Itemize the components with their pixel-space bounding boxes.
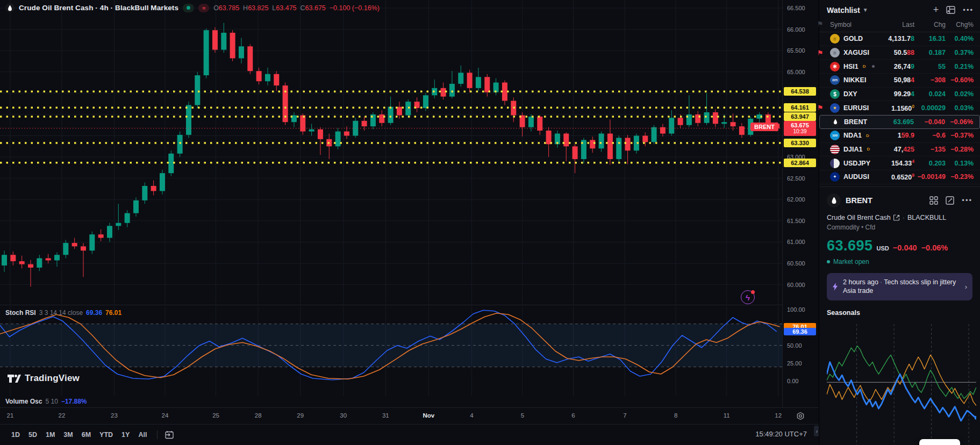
layout-grid-icon[interactable]: [929, 196, 938, 205]
symbol-name: EURUSI: [843, 104, 869, 112]
price-tag: 69.36: [784, 328, 816, 335]
open-list-icon[interactable]: [946, 6, 955, 14]
last-value: 26,749: [881, 63, 914, 70]
clock[interactable]: 15:49:20 UTC+7: [755, 430, 807, 438]
seasonals-chart[interactable]: ITRoom: [827, 322, 977, 445]
chg-pct-value: 0.03%: [946, 104, 974, 112]
time-tick: 30: [340, 412, 347, 419]
chg-pct-value: −0.28%: [946, 146, 974, 153]
range-1y[interactable]: 1Y: [118, 429, 133, 441]
watchlist-row-nikkei[interactable]: 225NIKKEI50,984−308−0.60%: [819, 74, 980, 88]
seasonals-section: Seasonals ITRoom: [819, 300, 980, 445]
price-tag: 63.67510:39: [784, 121, 816, 136]
news-card[interactable]: 2 hours ago·Tech stocks slip in jittery …: [827, 273, 972, 301]
tradingview-logo-icon: [7, 374, 21, 383]
time-axis[interactable]: 212223242528293031Nov456781112: [0, 407, 819, 424]
bottom-toolbar: 1D5D1M3M6MYTD1YAll 15:49:20 UTC+7: [0, 424, 819, 445]
watchlist-row-xagusi[interactable]: ⚑≡XAGUSI50.5880.1870.37%: [819, 46, 980, 60]
time-tick: 4: [470, 412, 473, 419]
flag-icon[interactable]: ⚑: [817, 49, 824, 57]
watchlist-row-dxy[interactable]: $DXY99.2940.0240.02%: [819, 88, 980, 102]
tradingview-logo[interactable]: TradingView: [7, 373, 80, 384]
detail-more-icon[interactable]: •••: [962, 196, 972, 205]
watchlist-row-nda1[interactable]: 100NDA1D159.9−0.6−0.37%: [819, 129, 980, 143]
last-value: 63.695: [881, 118, 914, 126]
last-value: 47,425: [881, 146, 914, 153]
range-1m[interactable]: 1M: [42, 429, 59, 441]
go-to-date-icon[interactable]: [164, 430, 174, 440]
watchlist-row-gold[interactable]: ≡GOLD4,131.7816.310.40%: [819, 32, 980, 46]
watchlist-rows: ≡GOLD4,131.7816.310.40%⚑≡XAGUSI50.5880.1…: [819, 32, 980, 184]
price-tick: 60.000: [787, 282, 805, 288]
last-value: 159.9: [881, 132, 914, 139]
watchlist-columns: ⚑ Symbol Last Chg Chg%: [819, 19, 980, 32]
flag-column-icon[interactable]: ⚑: [817, 20, 824, 28]
chg-pct-value: −0.06%: [945, 118, 973, 126]
xagusi-icon: ≡: [830, 48, 840, 58]
column-symbol[interactable]: Symbol: [830, 21, 881, 28]
watchlist-row-usdjpy[interactable]: USDJPY154.3340.2030.13%: [819, 156, 980, 170]
flag-icon[interactable]: ⚑: [817, 104, 824, 112]
price-tick: 50.00: [787, 342, 802, 349]
watchlist-more-icon[interactable]: •••: [963, 6, 974, 14]
detail-exchange: BLACKBULL: [907, 214, 946, 221]
edit-icon[interactable]: [946, 196, 954, 205]
detail-description[interactable]: Crude Oil Brent Cash: [827, 214, 891, 221]
symbol-name: NIKKEI: [843, 76, 866, 84]
price-tag: 63.947: [784, 112, 816, 121]
time-tick: 8: [674, 412, 677, 419]
range-ytd[interactable]: YTD: [96, 429, 117, 441]
detail-category: Commodity: [827, 224, 860, 231]
chart-canvas[interactable]: [0, 0, 782, 407]
price-tag: 64.161: [784, 103, 816, 112]
price-tick: 65.000: [787, 69, 805, 75]
symbol-name: GOLD: [843, 35, 863, 42]
watchlist-row-djia1[interactable]: DJIA1D47,425−135−0.28%: [819, 143, 980, 157]
chg-value: 0.024: [914, 90, 946, 98]
price-tick: 66.500: [787, 5, 805, 11]
price-tag: 63.330: [784, 139, 816, 147]
watchlist-row-brent[interactable]: BRENT63.695−0.040−0.06%: [819, 115, 980, 129]
price-tick: 60.500: [787, 260, 805, 267]
column-chg-pct[interactable]: Chg%: [946, 21, 974, 28]
symbol-name: USDJPY: [843, 160, 870, 167]
tradingview-app: Crude Oil Brent Cash · 4h · BlackBull Ma…: [0, 0, 980, 445]
price-tag: 64.538: [784, 87, 816, 96]
range-3m[interactable]: 3M: [60, 429, 76, 441]
price-tick: 66.000: [787, 26, 805, 33]
price-tick: 61.000: [787, 239, 805, 245]
range-5d[interactable]: 5D: [25, 429, 41, 441]
chart-title[interactable]: Crude Oil Brent Cash · 4h · BlackBull Ma…: [19, 4, 178, 12]
watchlist-row-hsi1[interactable]: ∗HSI1D26,749550.21%: [819, 60, 980, 74]
toolbar-divider: [157, 430, 158, 439]
spark-button[interactable]: ϟ: [741, 290, 755, 304]
last-value: 50,984: [881, 76, 914, 84]
column-chg[interactable]: Chg: [914, 21, 946, 28]
watchlist-title-menu[interactable]: Watchlist▼: [827, 6, 868, 15]
chg-pct-value: 0.37%: [946, 49, 974, 56]
chg-pct-value: 0.02%: [946, 90, 974, 98]
range-1d[interactable]: 1D: [8, 429, 24, 441]
price-tag: 62.864: [784, 159, 816, 167]
range-all[interactable]: All: [134, 429, 151, 441]
price-axis[interactable]: 66.50066.00065.50065.00063.00062.50062.0…: [782, 0, 818, 407]
price-tick: 100.00: [787, 306, 805, 313]
chg-pct-value: −0.60%: [946, 76, 974, 84]
chg-value: −0.040: [914, 118, 945, 126]
time-tick: 21: [7, 412, 14, 419]
symbol-name: DXY: [843, 90, 857, 98]
audusi-icon: ✦: [830, 172, 840, 182]
delayed-badge: D: [867, 147, 870, 152]
chg-pct-value: −0.23%: [946, 173, 974, 181]
chevron-down-icon: ▼: [863, 7, 868, 13]
visibility-toggle-icon[interactable]: [183, 4, 194, 12]
wave-toggle-icon[interactable]: ≈: [198, 4, 209, 12]
watchlist-row-audusi[interactable]: ✦AUDUSI0.65209−0.00149−0.23%: [819, 170, 980, 184]
axis-settings-icon[interactable]: [795, 411, 806, 421]
range-6m[interactable]: 6M: [78, 429, 95, 441]
external-link-icon[interactable]: [893, 214, 900, 221]
watchlist-row-eurusi[interactable]: ⚑★EURUSI1.156000.000290.03%: [819, 101, 980, 115]
add-symbol-icon[interactable]: +: [933, 4, 939, 16]
column-last[interactable]: Last: [881, 21, 914, 28]
symbol-name: AUDUSI: [843, 173, 869, 181]
